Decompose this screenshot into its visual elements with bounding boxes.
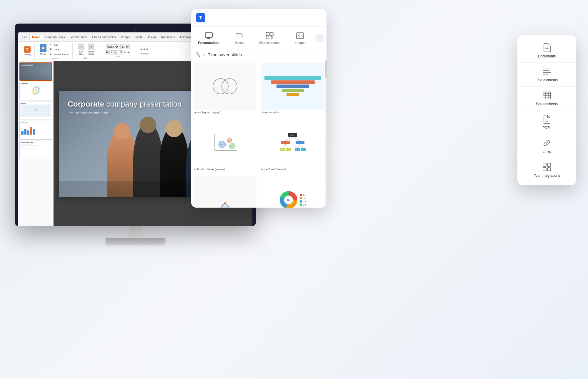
tab-images[interactable]: Images bbox=[285, 30, 316, 46]
tab-insert[interactable]: Insert bbox=[132, 34, 144, 40]
tab-charts[interactable]: Charts and Tables bbox=[90, 34, 118, 40]
font-family-select[interactable]: Calibri bbox=[106, 44, 119, 49]
monitor-stand bbox=[15, 226, 256, 243]
copy-button[interactable]: ⊞ Copy bbox=[49, 47, 70, 52]
bell-preview bbox=[194, 176, 256, 208]
tab-specific-tools[interactable]: Specific Tools bbox=[67, 34, 90, 40]
paragraph-label: Paragraph bbox=[139, 53, 149, 55]
svg-rect-69 bbox=[547, 168, 551, 171]
svg-rect-68 bbox=[543, 168, 546, 171]
tab-design[interactable]: Design bbox=[144, 34, 158, 40]
slide-thumb-1[interactable]: Corporate company Corporate Company Pres… bbox=[19, 62, 52, 81]
bold-button[interactable]: B bbox=[105, 50, 109, 54]
back-button[interactable]: ‹ bbox=[203, 52, 205, 57]
person-3-head bbox=[166, 120, 183, 137]
svg-rect-30 bbox=[280, 148, 285, 151]
svg-rect-25 bbox=[296, 141, 304, 144]
person-2-head bbox=[140, 117, 156, 133]
underline-button[interactable]: U bbox=[114, 50, 118, 54]
menu-item-spreadsheets[interactable]: Spreadsheets bbox=[517, 87, 576, 110]
section-title: Time saver slides bbox=[208, 52, 242, 57]
align-center-icon[interactable]: ≡ bbox=[143, 47, 145, 52]
slide-card-matrix[interactable]: A B C 1x Product Matrix (square) bbox=[191, 117, 259, 174]
reuse-slide-button[interactable]: ↺ ReuseSlides bbox=[87, 43, 96, 56]
nav-tabs: Presentations Slides Slide elements bbox=[191, 27, 327, 49]
tab-transitions[interactable]: Transitions bbox=[158, 34, 177, 40]
circular-preview: 017 Q1 Q2 Q3 Q4 bbox=[261, 176, 324, 208]
funnel-preview bbox=[261, 63, 324, 110]
slide-thumb-3[interactable]: Our locations 🗺 bbox=[19, 102, 52, 120]
svg-point-11 bbox=[222, 79, 237, 94]
align-right-icon[interactable]: ≡ bbox=[146, 47, 148, 52]
svg-point-36 bbox=[224, 202, 226, 204]
svg-rect-24 bbox=[281, 141, 290, 144]
strikethrough-button[interactable]: S bbox=[119, 50, 123, 54]
svg-line-23 bbox=[293, 137, 300, 141]
tab-file[interactable]: File bbox=[20, 34, 29, 40]
cut-button[interactable]: ✂ Cut bbox=[49, 43, 70, 47]
nav-next-button[interactable]: › bbox=[315, 34, 324, 43]
tab-presentations[interactable]: Presentations bbox=[194, 30, 224, 46]
tab-essential-tools[interactable]: Essential Tools bbox=[43, 34, 67, 40]
menu-item-pdfs[interactable]: PDF PDFs bbox=[517, 110, 576, 134]
slide-card-bell[interactable]: Bell curve bbox=[191, 174, 259, 208]
monitor-neck bbox=[126, 226, 144, 238]
copy-icon: ⊞ bbox=[49, 48, 53, 51]
ribbon-group-paragraph: ≡ ≡ ≡ Paragraph bbox=[137, 43, 151, 59]
font-grow-icon: A↑ bbox=[124, 51, 127, 54]
italic-button[interactable]: I bbox=[109, 50, 114, 54]
menu-item-documents[interactable]: Documents bbox=[517, 39, 576, 63]
slide-thumb-4[interactable]: Revenue in 2019 bbox=[19, 121, 52, 139]
format-painter-button[interactable]: 🖌 Format Painter bbox=[49, 52, 70, 56]
slide-thumb-5[interactable]: The problems we are solving Lorem ipsum … bbox=[19, 141, 52, 159]
reuse-icon: ↺ bbox=[88, 44, 94, 50]
new-slide-button[interactable]: + NewSlide bbox=[77, 43, 86, 56]
slide-text-overlay: Corporate company presentation Product o… bbox=[68, 100, 188, 115]
slides-icon bbox=[235, 32, 243, 39]
menu-item-integrations[interactable]: Your integrations bbox=[517, 158, 576, 182]
slides-label: Slides bbox=[235, 41, 244, 44]
svg-rect-31 bbox=[286, 148, 291, 151]
tab-slide-elements[interactable]: Slide elements bbox=[254, 30, 285, 46]
phone-menu: Documents Text elements bbox=[517, 35, 576, 185]
elements-label: Slide elements bbox=[259, 41, 280, 44]
paste-button[interactable]: 📋 Paste bbox=[39, 43, 48, 56]
person-1-head bbox=[114, 123, 130, 139]
new-slide-icon: + bbox=[78, 44, 84, 50]
tab-temply[interactable]: Temply bbox=[118, 34, 132, 40]
menu-item-text-elements[interactable]: Text elements bbox=[517, 63, 576, 87]
svg-rect-67 bbox=[547, 163, 551, 166]
clipboard-small-btns: ✂ Cut ⊞ Copy 🖌 Format Painter bbox=[49, 43, 70, 56]
align-left-icon[interactable]: ≡ bbox=[140, 47, 142, 52]
slide-card-org[interactable]: Root bbox=[259, 117, 327, 174]
menu-item-links[interactable]: Links bbox=[517, 134, 576, 158]
svg-point-7 bbox=[266, 36, 269, 39]
ribbon-group-font: Calibri 11 B I U S A↑ A↓ bbox=[100, 43, 135, 59]
svg-text:PDF: PDF bbox=[545, 121, 549, 123]
slide-card-venn[interactable]: Venn Diagram 2 (grey) bbox=[191, 60, 259, 117]
search-icon[interactable]: 🔍 bbox=[195, 52, 200, 57]
tab-slides[interactable]: Slides bbox=[224, 30, 255, 46]
svg-rect-4 bbox=[237, 34, 242, 38]
more-menu-button[interactable]: ⋮ bbox=[316, 14, 322, 21]
ribbon-group-slides: + NewSlide ↺ ReuseSlides Slides bbox=[74, 43, 98, 59]
slides-label: Slides bbox=[84, 57, 89, 59]
tab-home[interactable]: Home bbox=[29, 34, 43, 40]
slide-thumb-2[interactable]: Product overview bbox=[19, 82, 52, 100]
svg-rect-66 bbox=[543, 163, 546, 166]
svg-line-29 bbox=[300, 144, 303, 148]
svg-rect-5 bbox=[266, 32, 269, 36]
slide-card-funnel[interactable]: Sales Funnel 3 bbox=[259, 60, 327, 117]
ribbon-group-temply: T Temply bbox=[20, 43, 35, 59]
scroll-thumb bbox=[325, 60, 327, 78]
font-size-select[interactable]: 11 bbox=[120, 44, 130, 49]
temply-button[interactable]: T Temply bbox=[22, 46, 32, 57]
svg-text:C: C bbox=[231, 145, 232, 147]
slide-card-circular[interactable]: 017 Q1 Q2 Q3 Q4 Circular Chevrons Adjust… bbox=[259, 174, 327, 208]
funnel-title: Sales Funnel 3 bbox=[261, 111, 324, 115]
camera-dot bbox=[134, 29, 136, 31]
slides-grid: Venn Diagram 2 (grey) Sales Funnel 3 bbox=[191, 60, 327, 208]
svg-rect-32 bbox=[295, 148, 300, 151]
scroll-indicator bbox=[325, 60, 327, 208]
svg-rect-0 bbox=[205, 33, 212, 37]
